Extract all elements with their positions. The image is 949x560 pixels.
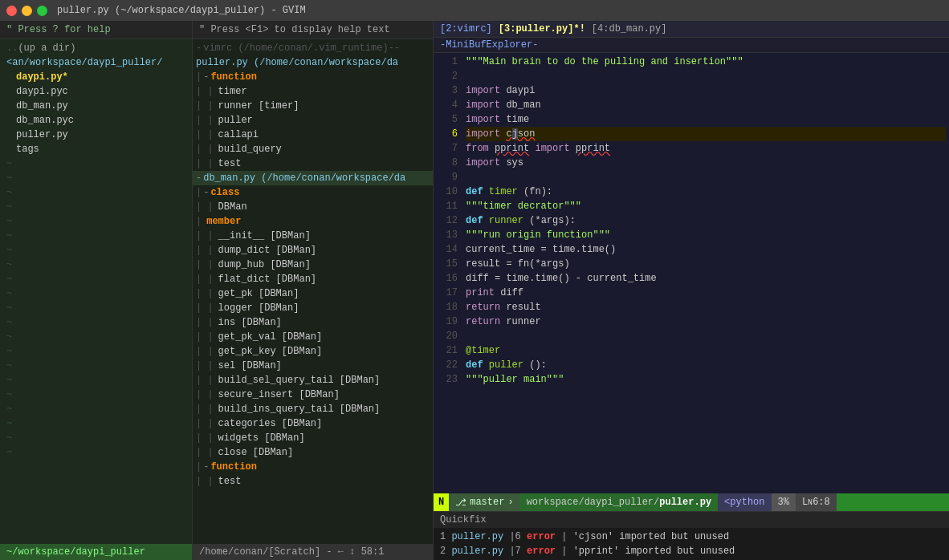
middle-secure-insert-label: secure_insert [DBMan] <box>218 389 340 400</box>
middle-item-close[interactable]: | | close [DBMan] <box>193 445 433 460</box>
middle-item-member-kw[interactable]: | member <box>193 214 433 229</box>
code-line-5: import time <box>466 112 946 127</box>
qf-pipe-1: | <box>561 531 572 542</box>
middle-item-secure-insert[interactable]: | | secure_insert [DBMan] <box>193 388 433 402</box>
sidebar-tilde-5: ~ <box>0 214 192 229</box>
middle-item-callapi[interactable]: | | callapi <box>193 128 433 142</box>
middle-item-puller-fn[interactable]: | | puller <box>193 113 433 128</box>
sidebar-content[interactable]: .. (up a dir) <an/workspace/daypi_puller… <box>0 39 192 544</box>
minibuf-bar: -MiniBufExplorer- <box>434 38 949 53</box>
code-line-10: def timer (fn): <box>466 185 946 199</box>
middle-item-function-kw[interactable]: | - function <box>193 70 433 84</box>
path-prefix: workspace/daypi_puller/ <box>527 497 660 508</box>
sidebar-tilde-17: ~ <box>0 388 192 402</box>
sidebar-item-daypi-pyc[interactable]: daypi.pyc <box>0 84 192 99</box>
code-line-9 <box>466 170 946 185</box>
sidebar-file-db-man-pyc: db_man.pyc <box>16 113 74 128</box>
sidebar-tilde-20: ~ <box>0 431 192 445</box>
ln-4: 4 <box>434 98 458 112</box>
sidebar-item-puller-py[interactable]: puller.py <box>0 128 192 142</box>
code-area[interactable]: 1 2 3 4 5 6 7 8 9 10 11 12 13 14 15 16 1… <box>434 53 949 493</box>
middle-pipe25: | | <box>196 432 214 444</box>
middle-timer-label: timer <box>218 86 247 97</box>
middle-item-logger[interactable]: | | logger [DBMan] <box>193 301 433 315</box>
ln-9: 9 <box>434 170 458 185</box>
middle-item-init[interactable]: | | __init__ [DBMan] <box>193 229 433 243</box>
status-mode: N <box>434 493 449 511</box>
middle-item-get-pk-key[interactable]: | | get_pk_key [DBMan] <box>193 344 433 359</box>
code-content[interactable]: """Main brain to do the pulling and inse… <box>462 53 949 493</box>
middle-item-test1[interactable]: | | test <box>193 156 433 171</box>
code-line-11: """timer decrator""" <box>466 199 946 213</box>
minimize-button[interactable] <box>22 6 32 16</box>
close-button[interactable] <box>6 6 17 16</box>
middle-header: " Press <F1> to display help text <box>193 21 433 39</box>
statusbar: N ⎇ master › workspace/daypi_puller/ pul… <box>434 493 949 511</box>
tab-puller[interactable]: [3:puller.py]*! <box>499 23 585 34</box>
middle-minus2: - <box>203 187 209 198</box>
middle-item-flat-dict[interactable]: | | flat_dict [DBMan] <box>193 272 433 286</box>
qf-file-1: puller.py <box>451 531 503 542</box>
middle-item-build-query[interactable]: | | build_query <box>193 142 433 156</box>
tab-db-man[interactable]: [4:db_man.py] <box>592 23 667 34</box>
code-line-2 <box>466 69 946 83</box>
middle-item-vimrc[interactable]: - vimrc (/home/conan/.vim_runtime)-- <box>193 41 433 55</box>
sidebar-item-db-man-pyc[interactable]: db_man.pyc <box>0 113 192 128</box>
middle-content[interactable]: - vimrc (/home/conan/.vim_runtime)-- pul… <box>193 39 433 544</box>
middle-item-test2[interactable]: | | test <box>193 474 433 489</box>
qf-sep-1: |6 <box>509 531 527 542</box>
sidebar-item-daypi-py[interactable]: daypi.py* <box>0 70 192 84</box>
sidebar-item-dotdot[interactable]: .. (up a dir) <box>0 41 192 55</box>
middle-item-db-man-file[interactable]: - db_man.py (/home/conan/workspace/da <box>193 171 433 185</box>
middle-vimrc-label: vimrc (/home/conan/.vim_runtime)-- <box>203 43 400 54</box>
qf-error-type-2: error <box>527 546 556 557</box>
middle-item-get-pk-val[interactable]: | | get_pk_val [DBMan] <box>193 330 433 344</box>
middle-item-ins[interactable]: | | ins [DBMan] <box>193 315 433 330</box>
code-l12-def: def <box>466 215 483 226</box>
code-l19-return: return <box>466 316 500 327</box>
middle-item-class-kw[interactable]: | - class <box>193 185 433 200</box>
sidebar-dotdot-label: (up a dir) <box>18 41 75 55</box>
maximize-button[interactable] <box>37 6 47 16</box>
middle-item-build-ins[interactable]: | | build_ins_query_tail [DBMan] <box>193 402 433 416</box>
sidebar-item-db-man-py[interactable]: db_man.py <box>0 99 192 113</box>
sidebar-tilde-16: ~ <box>0 373 192 388</box>
middle-pipe19: | | <box>196 346 214 357</box>
ln-8: 8 <box>434 156 458 170</box>
ln-14: 14 <box>434 242 458 257</box>
qf-error-2[interactable]: 2 puller.py |7 error | 'pprint' imported… <box>440 544 943 558</box>
middle-item-categories[interactable]: | | categories [DBMan] <box>193 416 433 431</box>
middle-item-get-pk[interactable]: | | get_pk [DBMan] <box>193 286 433 301</box>
status-percent: 3% <box>772 493 796 511</box>
sidebar-item-dir[interactable]: <an/workspace/daypi_puller/ <box>0 55 192 70</box>
sidebar-tilde-4: ~ <box>0 200 192 214</box>
middle-dash: - <box>196 43 202 54</box>
middle-item-build-sel[interactable]: | | build_sel_query_tail [DBMan] <box>193 373 433 388</box>
ln-12: 12 <box>434 213 458 228</box>
middle-item-dump-dict[interactable]: | | dump_dict [DBMan] <box>193 243 433 258</box>
middle-build-sel-label: build_sel_query_tail [DBMan] <box>218 375 381 386</box>
quickfix-bar: Quickfix <box>434 511 949 528</box>
middle-item-dump-hub[interactable]: | | dump_hub [DBMan] <box>193 258 433 272</box>
middle-item-dbman[interactable]: | | DBMan <box>193 200 433 214</box>
ln-3: 3 <box>434 83 458 98</box>
main-container: " Press ? for help .. (up a dir) <an/wor… <box>0 21 949 560</box>
middle-item-timer[interactable]: | | timer <box>193 84 433 99</box>
sidebar-file-daypi: daypi.py* <box>16 70 68 84</box>
code-tabbar[interactable]: [2:vimrc] [3:puller.py]*! [4:db_man.py] <box>434 21 949 38</box>
middle-runner-label: runner [timer] <box>218 100 299 112</box>
middle-item-widgets[interactable]: | | widgets [DBMan] <box>193 431 433 445</box>
sidebar-panel: " Press ? for help .. (up a dir) <an/wor… <box>0 21 193 560</box>
middle-item-function2-kw[interactable]: | - function <box>193 460 433 474</box>
qf-error-1[interactable]: 1 puller.py |6 error | 'cjson' imported … <box>440 530 943 544</box>
sidebar-dotdot-icon: .. <box>6 41 18 55</box>
middle-item-puller-file[interactable]: puller.py (/home/conan/workspace/da <box>193 55 433 70</box>
middle-item-sel[interactable]: | | sel [DBMan] <box>193 359 433 373</box>
middle-item-runner[interactable]: | | runner [timer] <box>193 99 433 113</box>
sidebar-item-tags[interactable]: tags <box>0 142 192 156</box>
qf-num-1: 1 <box>440 531 451 542</box>
middle-get-pk-val-label: get_pk_val [DBMan] <box>218 331 323 343</box>
qf-msg-1: 'cjson' imported but unused <box>573 531 729 542</box>
sidebar-footer: ~/workspace/daypi_puller <box>0 544 192 560</box>
ln-1: 1 <box>434 55 458 69</box>
